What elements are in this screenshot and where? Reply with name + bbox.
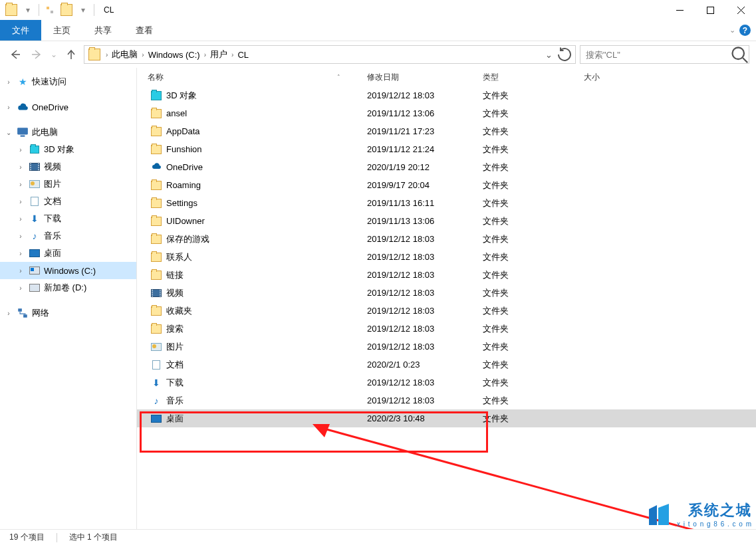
qat-overflow-icon[interactable]: ▾	[76, 3, 90, 17]
properties-icon[interactable]	[43, 3, 57, 17]
file-icon	[150, 90, 162, 102]
window-title: CL	[104, 5, 114, 15]
file-icon	[150, 215, 162, 227]
chevron-right-icon[interactable]: ›	[16, 250, 25, 257]
file-row[interactable]: 视频2019/12/12 18:03文件夹	[137, 284, 756, 302]
file-row[interactable]: Funshion2019/11/12 21:24文件夹	[137, 140, 756, 158]
file-icon	[150, 359, 162, 371]
file-name: 文档	[166, 359, 184, 371]
qat-menu-icon[interactable]: ▾	[21, 3, 35, 17]
sidebar-item[interactable]: ›Windows (C:)	[0, 262, 136, 279]
maximize-button[interactable]	[695, 0, 725, 20]
dropdown-icon[interactable]: ⌄	[541, 47, 557, 62]
tree-item-icon	[29, 265, 41, 276]
sidebar-item[interactable]: ›3D 对象	[0, 141, 136, 158]
folder-icon	[61, 4, 72, 16]
file-row[interactable]: Settings2019/11/13 16:11文件夹	[137, 194, 756, 212]
file-date: 2019/11/13 16:11	[362, 198, 477, 208]
file-row[interactable]: 链接2019/12/12 18:03文件夹	[137, 266, 756, 284]
column-name[interactable]: 名称 ˄	[137, 68, 362, 86]
file-row[interactable]: 联系人2019/12/12 18:03文件夹	[137, 248, 756, 266]
breadcrumb[interactable]: CL	[235, 46, 251, 63]
chevron-right-icon[interactable]: ›	[4, 78, 13, 86]
tab-view[interactable]: 查看	[124, 20, 165, 41]
file-row[interactable]: UIDowner2019/11/13 13:06文件夹	[137, 212, 756, 230]
forward-button[interactable]	[28, 46, 45, 63]
file-row[interactable]: ♪音乐2019/12/12 18:03文件夹	[137, 391, 756, 409]
tree-label: Windows (C:)	[44, 266, 96, 276]
tree-label: 音乐	[44, 230, 61, 242]
file-icon	[150, 179, 162, 191]
tree-this-pc[interactable]: ⌄ 此电脑	[0, 124, 136, 141]
sidebar-item[interactable]: ›桌面	[0, 245, 136, 262]
help-icon[interactable]: ?	[739, 25, 751, 36]
tree-item-icon	[29, 195, 41, 207]
column-type[interactable]: 类型	[477, 68, 578, 86]
chevron-right-icon[interactable]: ›	[104, 51, 109, 58]
chevron-right-icon[interactable]: ›	[203, 51, 207, 58]
file-date: 2019/12/12 18:03	[362, 288, 477, 298]
chevron-right-icon[interactable]: ›	[4, 310, 13, 317]
sidebar-item[interactable]: ›新加卷 (D:)	[0, 279, 136, 296]
chevron-right-icon[interactable]: ›	[16, 233, 25, 240]
file-row[interactable]: 文档2020/2/1 0:23文件夹	[137, 356, 756, 374]
chevron-right-icon[interactable]: ›	[4, 104, 13, 111]
file-row[interactable]: 保存的游戏2019/12/12 18:03文件夹	[137, 230, 756, 248]
sort-asc-icon: ˄	[337, 74, 356, 80]
breadcrumb[interactable]: 此电脑	[109, 46, 140, 63]
chevron-down-icon[interactable]: ⌄	[4, 129, 13, 136]
file-row[interactable]: 收藏夹2019/12/12 18:03文件夹	[137, 302, 756, 320]
file-row[interactable]: 桌面2020/2/3 10:48文件夹	[137, 409, 756, 427]
file-row[interactable]: 搜索2019/12/12 18:03文件夹	[137, 320, 756, 338]
minimize-button[interactable]	[664, 0, 695, 20]
chevron-down-icon[interactable]: ⌄	[729, 26, 735, 35]
file-icon	[150, 323, 162, 335]
address-actions: ⌄	[541, 47, 575, 62]
chevron-right-icon[interactable]: ›	[16, 181, 25, 188]
tab-share[interactable]: 共享	[82, 20, 124, 41]
tab-home[interactable]: 主页	[41, 20, 82, 41]
search-box[interactable]	[580, 45, 749, 64]
tab-file[interactable]: 文件	[0, 20, 41, 41]
chevron-right-icon[interactable]: ›	[230, 51, 235, 58]
column-date[interactable]: 修改日期	[362, 68, 477, 86]
tree-onedrive[interactable]: › OneDrive	[0, 98, 136, 116]
tree-network[interactable]: › 网络	[0, 304, 136, 322]
chevron-right-icon[interactable]: ›	[16, 267, 25, 274]
file-type: 文件夹	[477, 395, 578, 407]
chevron-right-icon[interactable]: ›	[140, 51, 145, 58]
chevron-right-icon[interactable]: ›	[16, 164, 25, 171]
sidebar-item[interactable]: ›图片	[0, 175, 136, 193]
sidebar-item[interactable]: ›⬇下载	[0, 210, 136, 227]
quick-access-toolbar: ▾ ▾	[0, 0, 91, 20]
tree-label: 下载	[44, 213, 61, 225]
back-button[interactable]	[7, 46, 24, 63]
chevron-right-icon[interactable]: ›	[16, 284, 25, 292]
file-row[interactable]: ansel2019/11/12 13:06文件夹	[137, 104, 756, 122]
file-row[interactable]: AppData2019/11/21 17:23文件夹	[137, 122, 756, 140]
tree-item-icon: ⬇	[29, 213, 41, 225]
refresh-icon[interactable]	[557, 47, 572, 62]
file-row[interactable]: 3D 对象2019/12/12 18:03文件夹	[137, 86, 756, 104]
close-button[interactable]	[725, 0, 756, 20]
sidebar-item[interactable]: ›♪音乐	[0, 227, 136, 245]
column-size[interactable]: 大小	[578, 68, 658, 86]
breadcrumb[interactable]: Windows (C:)	[146, 46, 203, 63]
file-row[interactable]: Roaming2019/9/17 20:04文件夹	[137, 176, 756, 194]
file-name: UIDowner	[166, 216, 205, 226]
chevron-right-icon[interactable]: ›	[16, 215, 25, 223]
file-row[interactable]: OneDrive2020/1/19 20:12文件夹	[137, 158, 756, 176]
search-input[interactable]	[580, 50, 730, 60]
sidebar-item[interactable]: ›视频	[0, 158, 136, 175]
breadcrumb[interactable]: 用户	[207, 46, 230, 63]
file-row[interactable]: 图片2019/12/12 18:03文件夹	[137, 338, 756, 356]
chevron-right-icon[interactable]: ›	[16, 198, 25, 205]
file-row[interactable]: ⬇下载2019/12/12 18:03文件夹	[137, 374, 756, 391]
chevron-right-icon[interactable]: ›	[16, 146, 25, 154]
search-icon[interactable]	[730, 45, 749, 64]
history-dropdown[interactable]: ⌄	[49, 46, 59, 63]
sidebar-item[interactable]: ›文档	[0, 193, 136, 210]
tree-quick-access[interactable]: › ★ 快速访问	[0, 73, 136, 90]
up-button[interactable]	[63, 46, 80, 63]
address-bar[interactable]: › 此电脑 › Windows (C:) › 用户 › CL ⌄	[84, 45, 576, 64]
